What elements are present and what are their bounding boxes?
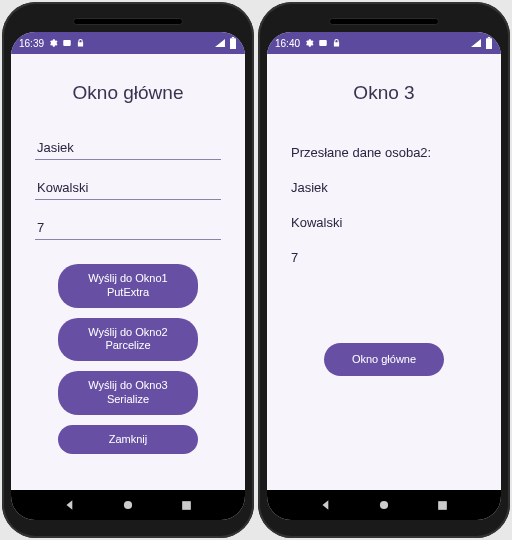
card-icon [62,38,72,48]
status-bar: 16:40 [267,32,501,54]
lock-icon [332,38,341,48]
phone-frame-left: 16:39 Okno główne Wyślij do Okno1 PutExt… [2,2,254,538]
nav-back-icon[interactable] [319,498,333,512]
card-icon [318,38,328,48]
svg-rect-6 [486,38,492,49]
send-okno2-button[interactable]: Wyślij do Okno2 Parcelize [58,318,198,362]
android-navbar [11,490,245,520]
phone-frame-right: 16:40 Okno 3 Przesłane dane osoba2: Jasi… [258,2,510,538]
battery-icon [229,37,237,49]
screen-left: 16:39 Okno główne Wyślij do Okno1 PutExt… [11,32,245,520]
svg-rect-4 [182,501,191,510]
send-okno3-button[interactable]: Wyślij do Okno3 Serialize [58,371,198,415]
svg-rect-5 [319,40,327,46]
send-okno1-button[interactable]: Wyślij do Okno1 PutExtra [58,264,198,308]
received-last-name: Kowalski [291,214,477,232]
lock-icon [76,38,85,48]
signal-icon [470,38,482,48]
svg-point-3 [124,501,132,509]
last-name-field[interactable] [35,174,221,200]
nav-recent-icon[interactable] [180,499,193,512]
nav-home-icon[interactable] [121,498,135,512]
main-content: Okno 3 Przesłane dane osoba2: Jasiek Kow… [267,54,501,490]
svg-rect-9 [438,501,447,510]
received-age: 7 [291,249,477,267]
close-button[interactable]: Zamknij [58,425,198,455]
received-label: Przesłane dane osoba2: [291,144,477,162]
phone-speaker [73,18,183,25]
svg-rect-1 [230,38,236,49]
svg-rect-2 [232,37,234,38]
gear-icon [48,38,58,48]
nav-home-icon[interactable] [377,498,391,512]
received-first-name: Jasiek [291,179,477,197]
android-navbar [267,490,501,520]
svg-point-8 [380,501,388,509]
first-name-field[interactable] [35,134,221,160]
signal-icon [214,38,226,48]
page-title: Okno główne [35,82,221,104]
nav-recent-icon[interactable] [436,499,449,512]
svg-rect-7 [488,37,490,38]
battery-icon [485,37,493,49]
received-data-block: Przesłane dane osoba2: Jasiek Kowalski 7 [291,126,477,284]
svg-rect-0 [63,40,71,46]
status-time: 16:40 [275,38,300,49]
gear-icon [304,38,314,48]
status-time: 16:39 [19,38,44,49]
screen-right: 16:40 Okno 3 Przesłane dane osoba2: Jasi… [267,32,501,520]
nav-back-icon[interactable] [63,498,77,512]
back-to-main-button[interactable]: Okno główne [324,343,444,377]
status-bar: 16:39 [11,32,245,54]
phone-speaker [329,18,439,25]
page-title: Okno 3 [291,82,477,104]
main-content: Okno główne Wyślij do Okno1 PutExtra Wyś… [11,54,245,490]
age-field[interactable] [35,214,221,240]
